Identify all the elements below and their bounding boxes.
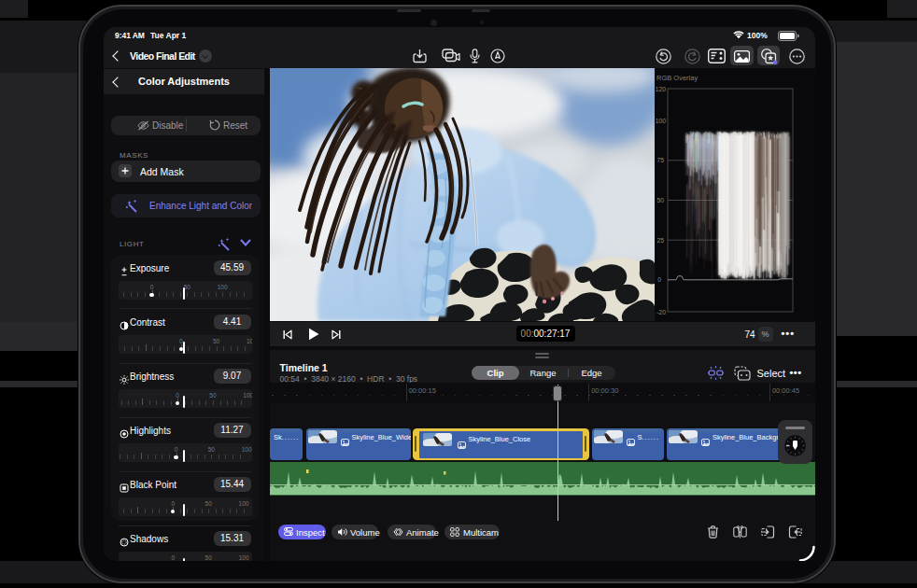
svg-text:0: 0 [657, 276, 661, 283]
svg-text:RGB Overlay: RGB Overlay [656, 74, 698, 82]
svg-text:50: 50 [656, 197, 664, 203]
svg-text:100: 100 [656, 118, 666, 124]
svg-text:120: 120 [656, 85, 666, 91]
svg-text:75: 75 [656, 157, 664, 163]
svg-text:-20: -20 [656, 308, 666, 315]
svg-text:25: 25 [656, 236, 664, 243]
